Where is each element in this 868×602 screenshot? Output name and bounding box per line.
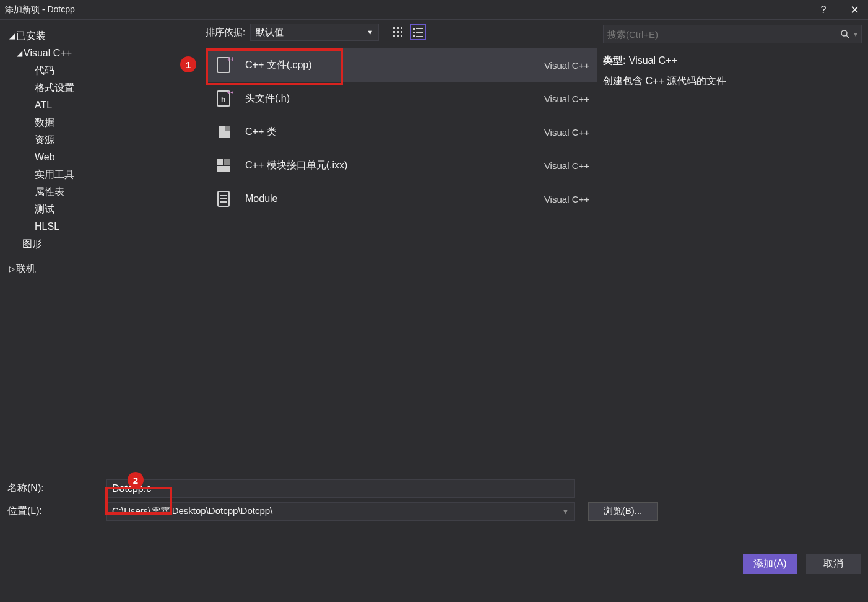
expand-arrow-icon: ◢ — [7, 32, 16, 40]
sidebar-label: 联机 — [16, 263, 36, 276]
detail-desc: 创建包含 C++ 源代码的文件 — [603, 75, 862, 88]
template-lang: Visual C++ — [544, 60, 589, 71]
sidebar-label: Visual C++ — [24, 48, 72, 59]
svg-rect-24 — [217, 166, 230, 172]
annotation-marker-1: 1 — [180, 56, 196, 72]
location-row: 位置(L): C:\Users\雪雰\Desktop\Dotcpp\Dotcpp… — [7, 500, 861, 523]
template-name: 头文件(.h) — [245, 92, 533, 105]
svg-rect-13 — [413, 35, 415, 37]
location-value: C:\Users\雪雰\Desktop\Dotcpp\Dotcpp\ — [112, 505, 272, 517]
window-title: 添加新项 - Dotcpp — [5, 4, 75, 15]
svg-text:h: h — [221, 95, 225, 104]
chevron-down-icon: ▼ — [562, 508, 569, 515]
module-interface-icon — [213, 155, 234, 176]
sidebar-item-data[interactable]: 数据 — [5, 114, 201, 131]
sidebar-installed[interactable]: ◢ 已安装 — [5, 27, 201, 45]
fields-area: 2 名称(N): 位置(L): C:\Users\雪雰\Desktop\Dotc… — [0, 471, 868, 529]
svg-rect-6 — [393, 35, 395, 37]
location-label: 位置(L): — [7, 505, 106, 518]
search-button[interactable] — [836, 29, 854, 39]
svg-rect-11 — [413, 32, 415, 33]
chevron-down-icon: ▼ — [367, 28, 373, 36]
sidebar-item-utility[interactable]: 实用工具 — [5, 166, 201, 183]
module-icon — [213, 188, 234, 209]
sidebar-item-format[interactable]: 格式设置 — [5, 79, 201, 97]
svg-line-30 — [846, 35, 849, 38]
sort-value: 默认值 — [256, 27, 284, 38]
template-row-cpp-file[interactable]: ++ C++ 文件(.cpp) Visual C++ — [206, 48, 597, 82]
sidebar-item-hlsl[interactable]: HLSL — [5, 218, 201, 235]
template-row-cpp-class[interactable]: C++ 类 Visual C++ — [206, 115, 597, 149]
svg-point-29 — [841, 30, 847, 36]
browse-button[interactable]: 浏览(B)... — [588, 502, 658, 521]
svg-rect-4 — [397, 31, 399, 33]
location-select[interactable]: C:\Users\雪雰\Desktop\Dotcpp\Dotcpp\ ▼ — [106, 502, 575, 521]
help-button[interactable]: ? — [814, 4, 833, 15]
svg-rect-7 — [397, 35, 399, 37]
header-file-icon: h++ — [213, 88, 234, 109]
sidebar-item-code[interactable]: 代码 — [5, 62, 201, 79]
svg-rect-0 — [393, 27, 395, 29]
grid-view-icon[interactable] — [390, 24, 406, 40]
template-name: C++ 类 — [245, 126, 533, 139]
footer: 添加(A) 取消 — [0, 529, 868, 580]
sidebar-item-resource[interactable]: 资源 — [5, 131, 201, 149]
svg-text:++: ++ — [227, 56, 233, 63]
svg-rect-12 — [416, 32, 423, 33]
svg-rect-10 — [416, 28, 423, 29]
main-content: ◢ 已安装 ◢ Visual C++ 代码 格式设置 ATL 数据 资源 Web… — [0, 20, 868, 471]
dropdown-arrow-icon[interactable]: ▾ — [854, 30, 857, 38]
sidebar-online[interactable]: ▷ 联机 — [5, 260, 201, 277]
template-row-module-interface[interactable]: C++ 模块接口单元(.ixx) Visual C++ — [206, 149, 597, 182]
detail-type: 类型: Visual C++ — [603, 55, 862, 68]
sidebar: ◢ 已安装 ◢ Visual C++ 代码 格式设置 ATL 数据 资源 Web… — [0, 20, 206, 471]
type-label: 类型: — [603, 55, 626, 66]
view-toggles — [390, 24, 426, 40]
svg-rect-2 — [401, 27, 402, 29]
details-panel: ▾ 类型: Visual C++ 创建包含 C++ 源代码的文件 — [597, 20, 868, 471]
close-button[interactable]: ✕ — [844, 3, 864, 17]
sidebar-item-property[interactable]: 属性表 — [5, 183, 201, 201]
template-lang: Visual C++ — [544, 194, 589, 204]
svg-text:++: ++ — [227, 90, 233, 96]
sidebar-item-web[interactable]: Web — [5, 149, 201, 166]
sidebar-item-test[interactable]: 测试 — [5, 201, 201, 218]
search-box[interactable]: ▾ — [603, 25, 862, 43]
cancel-button[interactable]: 取消 — [806, 554, 861, 574]
sidebar-item-atl[interactable]: ATL — [5, 97, 201, 114]
template-row-header-file[interactable]: h++ 头文件(.h) Visual C++ — [206, 82, 597, 115]
sidebar-label: 已安装 — [16, 30, 46, 43]
sidebar-item-graphics[interactable]: 图形 — [5, 235, 201, 253]
window-controls: ? ✕ — [814, 3, 864, 17]
search-icon — [840, 29, 850, 39]
template-lang: Visual C++ — [544, 94, 589, 104]
template-name: Module — [245, 193, 533, 204]
svg-rect-9 — [413, 28, 415, 30]
svg-rect-5 — [401, 31, 402, 33]
svg-rect-8 — [401, 35, 402, 37]
sort-select[interactable]: 默认值 ▼ — [250, 24, 379, 41]
svg-rect-1 — [397, 27, 399, 29]
templates-panel: 排序依据: 默认值 ▼ 1 ++ C++ 文件 — [206, 20, 597, 471]
template-name: C++ 文件(.cpp) — [245, 59, 533, 72]
template-list: 1 ++ C++ 文件(.cpp) Visual C++ h++ 头文件(.h)… — [206, 48, 597, 216]
titlebar: 添加新项 - Dotcpp ? ✕ — [0, 0, 868, 20]
name-input[interactable] — [106, 479, 575, 498]
search-input[interactable] — [607, 29, 836, 40]
template-row-module[interactable]: Module Visual C++ — [206, 182, 597, 216]
add-button[interactable]: 添加(A) — [743, 554, 797, 574]
svg-rect-14 — [416, 36, 423, 37]
sidebar-visual-cpp[interactable]: ◢ Visual C++ — [5, 45, 201, 62]
expand-arrow-icon: ◢ — [15, 49, 24, 58]
template-name: C++ 模块接口单元(.ixx) — [245, 159, 533, 172]
collapse-arrow-icon: ▷ — [7, 264, 16, 273]
template-lang: Visual C++ — [544, 160, 589, 171]
cpp-file-icon: ++ — [213, 55, 234, 76]
sort-bar: 排序依据: 默认值 ▼ — [206, 20, 597, 45]
template-lang: Visual C++ — [544, 127, 589, 137]
svg-rect-3 — [393, 31, 395, 33]
list-view-icon[interactable] — [410, 24, 426, 40]
name-label: 名称(N): — [7, 482, 106, 495]
sort-label: 排序依据: — [206, 27, 245, 38]
type-value: Visual C++ — [629, 55, 677, 66]
